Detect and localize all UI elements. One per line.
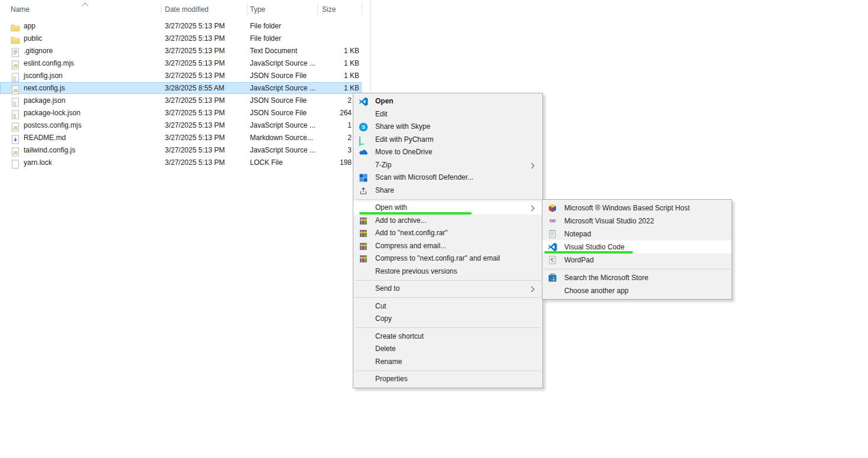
column-separator[interactable] [161, 3, 161, 15]
file-row-yarn-lock[interactable]: yarn.lock3/27/2025 5:13 PMLOCK File198 [0, 157, 372, 169]
menu-item-label: Compress to "next.config.rar" and email [375, 254, 500, 262]
menu-item-label: Copy [375, 314, 392, 323]
menu-separator [355, 280, 541, 281]
file-name: .gitignore [24, 45, 53, 57]
menu-item-open[interactable]: Open [353, 95, 542, 108]
file-row-jsconfig-json[interactable]: {}jsconfig.json3/27/2025 5:13 PMJSON Sou… [0, 70, 372, 82]
column-header-date-modified[interactable]: Date modified [165, 5, 209, 14]
menu-item-label: Edit [375, 110, 388, 118]
pycharm-icon: PC [359, 135, 368, 145]
menu-item-compress-to-next-config-rar-and-email[interactable]: Compress to "next.config.rar" and email [353, 252, 542, 265]
column-header-size[interactable]: Size [322, 5, 336, 14]
file-row-public[interactable]: public3/27/2025 5:13 PMFile folder [0, 33, 372, 45]
file-row-package-json[interactable]: {}package.json3/27/2025 5:13 PMJSON Sour… [0, 95, 372, 107]
file-size: 3 [317, 144, 352, 157]
file-row-gitignore[interactable]: .gitignore3/27/2025 5:13 PMText Document… [0, 45, 372, 57]
column-header-name[interactable]: Name [11, 5, 30, 14]
file-name: public [24, 33, 42, 45]
svg-text:JS: JS [13, 64, 18, 68]
menu-item-label: Add to "next.config.rar" [375, 229, 448, 237]
menu-item-7-zip[interactable]: 7-Zip [353, 159, 542, 172]
file-name: eslint.config.mjs [24, 57, 74, 70]
menu-item-label: Restore previous versions [375, 267, 457, 275]
onedrive-icon [359, 148, 368, 157]
svg-text:{}: {} [14, 100, 17, 105]
menu-item-share[interactable]: Share [353, 184, 542, 197]
file-row-readme-md[interactable]: README.md3/27/2025 5:13 PMMarkdown Sourc… [0, 132, 372, 144]
vscode-icon [359, 97, 368, 106]
file-row-package-lock-json[interactable]: {}package-lock.json3/27/2025 5:13 PMJSON… [0, 107, 372, 119]
menu-item-label: Add to archive... [375, 216, 427, 225]
column-separator[interactable] [362, 3, 362, 15]
menu-item-edit-with-pycharm[interactable]: PCEdit with PyCharm [353, 134, 542, 147]
folder-icon [11, 34, 20, 43]
msstore-icon [548, 273, 557, 282]
menu-item-cut[interactable]: Cut [353, 300, 542, 313]
menu-item-share-with-skype[interactable]: SShare with Skype [353, 121, 542, 134]
menu-item-edit[interactable]: Edit [353, 108, 542, 121]
file-type: JSON Source File [250, 107, 307, 119]
menu-separator [355, 327, 541, 328]
column-separator[interactable] [317, 3, 318, 15]
file-row-tailwind-config-js[interactable]: JStailwind.config.js3/27/2025 5:13 PMJav… [0, 144, 372, 157]
file-type: JSON Source File [250, 95, 307, 107]
menu-item-notepad[interactable]: Notepad [542, 228, 732, 241]
file-date-modified: 3/27/2025 5:13 PM [165, 157, 225, 169]
menu-item-wordpad[interactable]: AWordPad [542, 254, 732, 267]
file-row-next-config-js[interactable]: JSnext.config.js3/28/2025 8:55 AMJavaScr… [0, 82, 372, 95]
menu-item-visual-studio-code[interactable]: Visual Studio Code [542, 241, 732, 254]
menu-item-search-the-microsoft-store[interactable]: Search the Microsoft Store [542, 271, 732, 284]
menu-item-add-to-archive[interactable]: Add to archive... [353, 215, 542, 228]
file-row-postcss-config-mjs[interactable]: JSpostcss.config.mjs3/27/2025 5:13 PMJav… [0, 119, 372, 132]
menu-item-label: Open [375, 97, 394, 105]
menu-item-move-to-onedrive[interactable]: Move to OneDrive [353, 146, 542, 159]
menu-item-label: Notepad [564, 230, 591, 238]
file-size [317, 33, 359, 45]
menu-item-send-to[interactable]: Send to [353, 282, 542, 295]
column-separator[interactable] [247, 3, 248, 15]
visualstudio-icon: ∞ [548, 216, 557, 226]
menu-item-rename[interactable]: Rename [353, 356, 542, 369]
menu-item-restore-previous-versions[interactable]: Restore previous versions [353, 265, 542, 278]
context-menu: OpenEditSShare with SkypePCEdit with PyC… [353, 93, 543, 388]
menu-item-microsoft-visual-studio-2022[interactable]: ∞Microsoft Visual Studio 2022 [542, 215, 732, 228]
menu-item-label: WordPad [564, 256, 594, 264]
menu-item-microsoft-windows-based-script-host[interactable]: Microsoft ® Windows Based Script Host [542, 202, 732, 215]
svg-text:A: A [551, 257, 554, 261]
file-type: JavaScript Source ... [250, 57, 316, 70]
wordpad-icon: A [548, 255, 557, 265]
file-date-modified: 3/27/2025 5:13 PM [165, 144, 225, 157]
file-size: 2 [317, 132, 352, 144]
menu-item-choose-another-app[interactable]: Choose another app [542, 284, 732, 297]
menu-item-properties[interactable]: Properties [353, 373, 542, 386]
file-name: postcss.config.mjs [24, 119, 82, 132]
file-name: README.md [24, 132, 66, 144]
sort-ascending-icon [82, 2, 88, 9]
file-size: 2 [317, 95, 352, 107]
menu-item-label: Edit with PyCharm [375, 135, 434, 144]
menu-item-scan-with-microsoft-defender[interactable]: Scan with Microsoft Defender... [353, 171, 542, 184]
file-date-modified: 3/27/2025 5:13 PM [165, 95, 225, 107]
winrar-icon [359, 229, 368, 238]
file-type: File folder [250, 33, 281, 45]
menu-item-label: Rename [375, 358, 402, 366]
menu-item-compress-and-email[interactable]: Compress and email... [353, 240, 542, 253]
menu-item-label: Choose another app [564, 287, 629, 295]
json-file-icon: {} [11, 108, 20, 118]
svg-text:JS: JS [13, 151, 18, 155]
file-date-modified: 3/27/2025 5:13 PM [165, 119, 225, 132]
file-explorer-pane: NameDate modifiedTypeSize app3/27/2025 5… [0, 0, 378, 177]
file-row-app[interactable]: app3/27/2025 5:13 PMFile folder [0, 20, 372, 33]
menu-item-copy[interactable]: Copy [353, 313, 542, 326]
menu-item-open-with[interactable]: Open with [353, 202, 542, 215]
svg-text:JS: JS [13, 89, 18, 93]
js-file-icon: JS [11, 59, 20, 68]
menu-item-label: Create shortcut [375, 332, 424, 340]
menu-item-add-to-next-config-rar[interactable]: Add to "next.config.rar" [353, 227, 542, 240]
file-row-eslint-config-mjs[interactable]: JSeslint.config.mjs3/27/2025 5:13 PMJava… [0, 57, 372, 70]
column-header-type[interactable]: Type [250, 5, 265, 14]
file-date-modified: 3/27/2025 5:13 PM [165, 70, 225, 82]
menu-item-delete[interactable]: Delete [353, 343, 542, 356]
menu-item-create-shortcut[interactable]: Create shortcut [353, 330, 542, 343]
file-type: JavaScript Source ... [250, 82, 316, 95]
